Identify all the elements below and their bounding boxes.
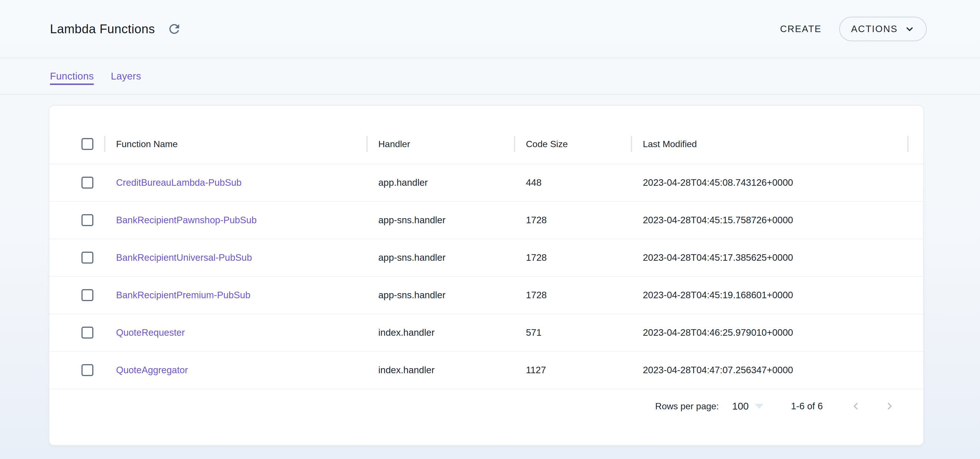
row-checkbox[interactable] (81, 289, 93, 301)
pagination-range-label: 1-6 of 6 (791, 401, 823, 411)
chevron-down-icon (905, 24, 915, 34)
column-resize-handle[interactable] (366, 136, 368, 152)
code-size-cell: 1728 (515, 215, 632, 226)
handler-cell: index.handler (367, 327, 515, 338)
rows-per-page-label: Rows per page: (655, 401, 719, 411)
pagination-bar: Rows per page: 100 1-6 of 6 (49, 389, 923, 423)
actions-button-label: ACTIONS (851, 24, 898, 34)
row-checkbox-cell (49, 289, 105, 301)
row-checkbox[interactable] (81, 214, 93, 226)
rows-per-page-value: 100 (732, 400, 749, 412)
select-all-checkbox[interactable] (81, 138, 93, 150)
tab-layers[interactable]: Layers (111, 70, 141, 82)
function-name-link[interactable]: CreditBureauLambda-PubSub (116, 177, 242, 188)
row-checkbox[interactable] (81, 327, 93, 339)
column-resize-handle[interactable] (907, 136, 908, 152)
handler-cell: app-sns.handler (367, 290, 515, 301)
page-title: Lambda Functions (50, 22, 155, 36)
chevron-left-icon (850, 400, 862, 412)
chevron-right-icon (884, 400, 895, 412)
code-size-cell: 448 (515, 177, 632, 188)
refresh-button[interactable] (165, 20, 183, 38)
content-area: Function Name Handler Code Size Last Mod… (0, 95, 980, 446)
last-modified-cell: 2023-04-28T04:45:19.168601+0000 (632, 290, 908, 301)
actions-button[interactable]: ACTIONS (839, 17, 927, 41)
next-page-button[interactable] (883, 398, 896, 415)
functions-table-card: Function Name Handler Code Size Last Mod… (49, 105, 924, 446)
column-resize-handle[interactable] (631, 136, 632, 152)
column-header-function-name[interactable]: Function Name (105, 124, 367, 164)
select-all-cell (49, 138, 105, 150)
handler-cell: index.handler (367, 365, 515, 376)
column-header-label: Code Size (526, 139, 568, 150)
rows-per-page-select[interactable]: 100 (732, 400, 764, 412)
tab-strip: Functions Layers (0, 58, 980, 95)
function-name-link[interactable]: QuoteAggregator (116, 365, 188, 375)
dropdown-arrow-icon (755, 404, 764, 409)
table-row: CreditBureauLambda-PubSub app.handler 44… (49, 164, 923, 202)
function-name-link[interactable]: BankRecipientUniversal-PubSub (116, 252, 252, 263)
function-name-link[interactable]: BankRecipientPawnshop-PubSub (116, 215, 256, 225)
row-checkbox-cell (49, 327, 105, 339)
previous-page-button[interactable] (850, 398, 862, 415)
table-row: BankRecipientPawnshop-PubSub app-sns.han… (49, 202, 923, 239)
handler-cell: app-sns.handler (367, 215, 515, 226)
row-checkbox-cell (49, 252, 105, 264)
row-checkbox-cell (49, 364, 105, 376)
column-header-last-modified[interactable]: Last Modified (632, 124, 908, 164)
column-header-label: Handler (378, 139, 410, 150)
handler-cell: app.handler (367, 177, 515, 188)
page-header: Lambda Functions CREATE ACTIONS (0, 0, 980, 58)
last-modified-cell: 2023-04-28T04:45:15.758726+0000 (632, 215, 908, 226)
row-checkbox-cell (49, 177, 105, 189)
column-header-code-size[interactable]: Code Size (515, 124, 632, 164)
function-name-link[interactable]: QuoteRequester (116, 327, 185, 338)
column-header-label: Function Name (116, 139, 178, 150)
function-name-link[interactable]: BankRecipientPremium-PubSub (116, 290, 250, 300)
table-header-row: Function Name Handler Code Size Last Mod… (49, 106, 923, 164)
table-row: QuoteRequester index.handler 571 2023-04… (49, 314, 923, 352)
column-resize-handle[interactable] (514, 136, 515, 152)
row-checkbox[interactable] (81, 252, 93, 264)
handler-cell: app-sns.handler (367, 252, 515, 263)
table-row: BankRecipientUniversal-PubSub app-sns.ha… (49, 239, 923, 277)
column-header-handler[interactable]: Handler (367, 124, 515, 164)
table-row: QuoteAggregator index.handler 1127 2023-… (49, 352, 923, 389)
last-modified-cell: 2023-04-28T04:45:17.385625+0000 (632, 252, 908, 263)
tab-functions[interactable]: Functions (50, 70, 94, 82)
code-size-cell: 571 (515, 327, 632, 338)
last-modified-cell: 2023-04-28T04:46:25.979010+0000 (632, 327, 908, 338)
last-modified-cell: 2023-04-28T04:45:08.743126+0000 (632, 177, 908, 188)
table-row: BankRecipientPremium-PubSub app-sns.hand… (49, 277, 923, 314)
code-size-cell: 1728 (515, 252, 632, 263)
row-checkbox[interactable] (81, 177, 93, 189)
column-resize-handle[interactable] (104, 136, 105, 152)
refresh-icon (167, 22, 181, 37)
code-size-cell: 1127 (515, 365, 632, 376)
create-button[interactable]: CREATE (772, 19, 829, 40)
row-checkbox-cell (49, 214, 105, 226)
column-header-label: Last Modified (643, 139, 697, 150)
row-checkbox[interactable] (81, 364, 93, 376)
last-modified-cell: 2023-04-28T04:47:07.256347+0000 (632, 365, 908, 376)
code-size-cell: 1728 (515, 290, 632, 301)
column-header-spacer (908, 124, 923, 164)
